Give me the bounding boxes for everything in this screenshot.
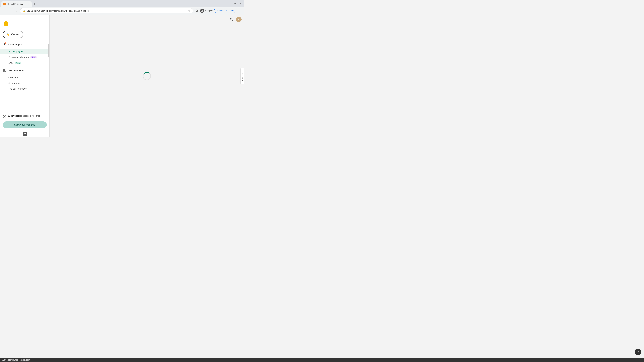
sidebar-item-sms[interactable]: SMS New bbox=[0, 60, 50, 66]
bookmark-icon[interactable]: ☆ bbox=[188, 9, 190, 12]
svg-point-12 bbox=[5, 70, 6, 71]
trial-description: to access a free trial. bbox=[20, 115, 40, 117]
incognito-label: Incognito bbox=[205, 9, 213, 12]
back-button[interactable]: ← bbox=[2, 8, 7, 13]
campaigns-label: Campaigns bbox=[8, 43, 44, 46]
pre-built-journeys-label: Pre-built journeys bbox=[8, 87, 27, 90]
trial-info: 89 days left to access a free trial. bbox=[3, 114, 47, 119]
sms-badge: New bbox=[15, 61, 21, 64]
loading-spinner bbox=[143, 72, 151, 80]
close-window-button[interactable]: ✕ bbox=[238, 1, 243, 6]
more-menu-button[interactable]: ⋮ bbox=[238, 8, 242, 13]
svg-rect-9 bbox=[3, 69, 4, 70]
campaign-manager-label: Campaign Manager bbox=[8, 56, 29, 58]
browser-chrome: M Home | Mailchimp ✕ + — ⧉ ✕ ← → ↻ 🔒 us2… bbox=[0, 0, 244, 15]
svg-rect-10 bbox=[5, 69, 6, 70]
forward-button[interactable]: → bbox=[8, 8, 13, 13]
sidebar-header bbox=[0, 18, 50, 29]
feedback-tab[interactable]: Feedback bbox=[240, 68, 244, 84]
loading-bar bbox=[0, 15, 244, 15]
svg-point-1 bbox=[201, 11, 203, 12]
automations-label: Automations bbox=[8, 69, 44, 72]
extensions-button[interactable] bbox=[194, 8, 199, 13]
tab-close-button[interactable]: ✕ bbox=[27, 3, 30, 5]
sidebar-item-all-journeys[interactable]: All journeys bbox=[0, 80, 50, 86]
incognito-icon bbox=[200, 9, 204, 13]
tab-favicon: M bbox=[3, 3, 6, 5]
user-avatar[interactable]: S bbox=[236, 17, 242, 22]
main-area: S Feedback bbox=[50, 15, 244, 137]
clock-icon bbox=[3, 115, 6, 119]
sidebar-item-all-campaigns[interactable]: All campaigns bbox=[0, 49, 50, 54]
start-trial-button[interactable]: Start your free trial bbox=[3, 121, 47, 128]
sms-label: SMS bbox=[8, 61, 14, 64]
days-left: 89 days left bbox=[8, 115, 20, 117]
campaigns-chevron-icon: ∧ bbox=[45, 43, 47, 46]
sidebar-item-overview[interactable]: Overview bbox=[0, 75, 50, 80]
main-content bbox=[50, 15, 244, 137]
create-button-label: Create bbox=[11, 33, 20, 36]
all-campaigns-label: All campaigns bbox=[8, 50, 23, 53]
new-tab-button[interactable]: + bbox=[32, 2, 37, 6]
address-bar-row: ← → ↻ 🔒 us21.admin.mailchimp.com/campaig… bbox=[0, 7, 244, 15]
svg-point-0 bbox=[202, 10, 202, 11]
sidebar-item-campaign-manager[interactable]: Campaign Manager New bbox=[0, 54, 50, 60]
campaign-manager-badge: New bbox=[30, 56, 36, 58]
app-header-right: S bbox=[226, 15, 244, 23]
sidebar-scroll-area: ✏️ Create Campaigns ∧ bbox=[0, 15, 50, 112]
overview-label: Overview bbox=[8, 76, 18, 79]
svg-point-5 bbox=[5, 23, 6, 23]
relaunch-button[interactable]: Relaunch to update bbox=[214, 9, 236, 13]
tab-title: Home | Mailchimp bbox=[8, 3, 26, 5]
restore-button[interactable]: ⧉ bbox=[233, 1, 238, 6]
tab-bar: M Home | Mailchimp ✕ + — ⧉ ✕ bbox=[0, 0, 244, 7]
address-bar[interactable]: 🔒 us21.admin.mailchimp.com/campaigns/#f_… bbox=[20, 8, 193, 13]
active-tab[interactable]: M Home | Mailchimp ✕ bbox=[1, 1, 32, 7]
feedback-label: Feedback bbox=[241, 71, 244, 81]
minimize-button[interactable]: — bbox=[228, 1, 232, 6]
incognito-badge: Incognito bbox=[200, 9, 213, 13]
automations-section-header[interactable]: Automations ∧ bbox=[0, 67, 50, 74]
window-controls: — ⧉ ✕ bbox=[228, 1, 243, 7]
browser-actions: Incognito Relaunch to update ⋮ bbox=[194, 8, 242, 13]
url-text: us21.admin.mailchimp.com/campaigns/#f_li… bbox=[27, 9, 187, 12]
automations-sub-items: Overview All journeys Pre-built journeys bbox=[0, 74, 50, 92]
sidebar-footer: 89 days left to access a free trial. Sta… bbox=[0, 112, 50, 131]
svg-rect-11 bbox=[3, 70, 4, 71]
pencil-icon: ✏️ bbox=[6, 33, 10, 36]
search-button[interactable] bbox=[229, 17, 234, 22]
campaigns-icon bbox=[3, 42, 7, 46]
app-layout: ✏️ Create Campaigns ∧ bbox=[0, 15, 244, 137]
refresh-button[interactable]: ↻ bbox=[14, 8, 19, 13]
automations-icon bbox=[3, 68, 7, 72]
sidebar: ✏️ Create Campaigns ∧ bbox=[0, 15, 50, 137]
mailchimp-logo bbox=[3, 20, 10, 27]
sidebar-bottom-area bbox=[0, 131, 50, 137]
svg-point-6 bbox=[6, 23, 7, 23]
trial-text: 89 days left to access a free trial. bbox=[8, 114, 40, 117]
campaigns-sub-items: All campaigns Campaign Manager New SMS N… bbox=[0, 48, 50, 66]
all-journeys-label: All journeys bbox=[8, 82, 20, 84]
svg-point-7 bbox=[4, 23, 5, 24]
automations-chevron-icon: ∧ bbox=[45, 69, 47, 72]
sidebar-scrollbar-thumb[interactable] bbox=[48, 44, 49, 57]
campaigns-section-header[interactable]: Campaigns ∧ bbox=[0, 41, 50, 48]
svg-point-8 bbox=[5, 42, 6, 44]
create-button[interactable]: ✏️ Create bbox=[3, 31, 23, 38]
campaigns-section: Campaigns ∧ All campaigns Campaign Manag… bbox=[0, 41, 50, 66]
automations-section: Automations ∧ Overview All journeys Pre-… bbox=[0, 67, 50, 92]
lock-icon: 🔒 bbox=[23, 9, 26, 12]
sidebar-item-pre-built-journeys[interactable]: Pre-built journeys bbox=[0, 86, 50, 92]
sidebar-bottom-icon bbox=[23, 132, 27, 136]
